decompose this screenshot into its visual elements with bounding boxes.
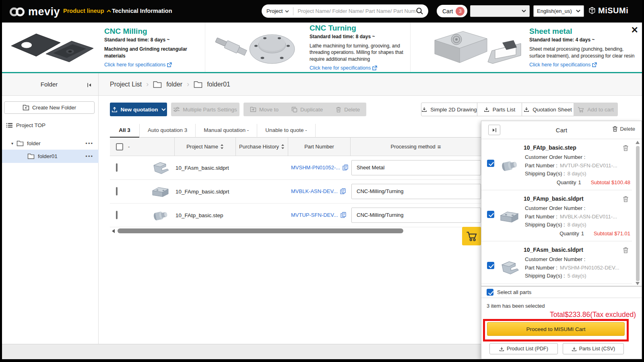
project-name: 10_FAmp_basic.sldprt [175, 189, 229, 195]
simple-2d-drawing-button[interactable]: Simple 2D Drawing [421, 103, 477, 116]
cart-item-delete-button[interactable] [623, 144, 629, 151]
nav-product-lineup[interactable]: Product lineup [63, 8, 111, 14]
cart-delete-label: Delete [620, 126, 635, 132]
cart-collapse-button[interactable] [488, 125, 500, 135]
product-list-pdf-button[interactable]: Product List (PDF) [489, 343, 558, 354]
meviy-logo[interactable]: meviy [9, 6, 60, 18]
breadcrumb-project-list[interactable]: Project List [110, 81, 142, 88]
copy-document-icon[interactable] [343, 165, 348, 171]
sidebar-item-folder01[interactable]: folder01 ••• [0, 150, 99, 163]
cart-item-name: 10_FAtp_basic.step [524, 144, 632, 151]
copy-document-icon[interactable] [340, 188, 346, 194]
scroll-left-icon[interactable] [111, 229, 115, 233]
scroll-up-icon[interactable] [636, 141, 640, 144]
cart-item-quantity: 1 [578, 179, 581, 187]
download-icon [572, 346, 577, 352]
specifications-link[interactable]: Click here for specifications [310, 65, 410, 71]
cart-item-checkbox[interactable] [487, 262, 494, 269]
frame-edge-left [0, 0, 2, 362]
language-dropdown[interactable]: English(en_us) [533, 5, 584, 17]
order-number-label: Customer Order Number : [525, 153, 632, 162]
folder-more-button[interactable]: ••• [85, 140, 93, 146]
cart-delete-button[interactable]: Delete [612, 126, 635, 132]
column-label: Purchase History [239, 144, 279, 150]
cart-item-delete-button[interactable] [623, 246, 629, 253]
cart-count-badge: 3 [456, 7, 464, 16]
tab-unable-to-quote[interactable]: Unable to quote - [257, 124, 316, 138]
delete-button[interactable]: Delete [329, 103, 366, 116]
banner-title: Sheet metal [529, 27, 636, 36]
parts-list-csv-button[interactable]: Parts List (CSV) [563, 343, 624, 354]
cart-total: Total$233.86(Tax excluded) [550, 311, 636, 319]
tab-count: - [305, 127, 307, 133]
move-to-button[interactable]: Move to [244, 103, 285, 116]
row-checkbox[interactable] [116, 163, 118, 172]
nav-cart-label: Cart [442, 8, 453, 14]
processing-method-select[interactable]: CNC-Milling/Turning [351, 184, 481, 199]
new-quotation-button[interactable]: New quotation [110, 103, 167, 116]
cart-item-checkbox[interactable] [487, 160, 494, 167]
sort-icon [220, 144, 224, 149]
unit-dropdown[interactable] [470, 5, 530, 17]
select-all-checkbox[interactable] [116, 143, 123, 150]
banner-description: Lathe machining for turning, grooving, a… [310, 43, 410, 62]
processing-method-select[interactable]: Sheet Metal [351, 160, 481, 175]
cart-item-checkbox[interactable] [487, 211, 494, 218]
tab-manual-quotation[interactable]: Manual quotation - [196, 124, 257, 138]
horizontal-scrollbar[interactable] [118, 228, 403, 233]
banner-cnc-turning: CNC Turning Standard lead time: 8 days ~… [205, 23, 411, 72]
banner-lead-time: Standard lead time: 4 days ~ [529, 37, 636, 43]
scroll-down-icon[interactable] [636, 282, 640, 285]
sidebar-title: Folder [0, 73, 98, 96]
column-project-name[interactable]: Project Name [174, 138, 235, 156]
folder-sidebar: Folder Create New Folder Project TOP ▾ f… [0, 73, 99, 344]
folder-plus-icon [23, 105, 29, 111]
folder01-more-button[interactable]: ••• [85, 153, 93, 159]
select-all-parts-checkbox[interactable] [487, 289, 493, 296]
download-icon [499, 346, 504, 352]
duplicate-button[interactable]: Duplicate [285, 103, 329, 116]
nav-cart-button[interactable]: Cart 3 [437, 5, 467, 17]
sidebar-item-folder[interactable]: ▾ folder ••• [0, 137, 99, 150]
breadcrumb-folder[interactable]: folder [166, 81, 182, 88]
search-icon[interactable] [416, 7, 423, 15]
cart-item-thumbnail-block [499, 208, 520, 225]
tab-auto-quotation[interactable]: Auto quotation 3 [140, 124, 196, 138]
nav-technical-information[interactable]: Technical Information [112, 8, 172, 14]
sidebar-item-project-top[interactable]: Project TOP [6, 122, 45, 128]
multiple-parts-settings-button[interactable]: Multiple Parts Settings [171, 103, 239, 116]
breadcrumb: Project List › folder › folder01 [99, 73, 644, 96]
specifications-link[interactable]: Click here for specifications [529, 62, 636, 68]
create-new-folder-button[interactable]: Create New Folder [4, 101, 95, 114]
cart-toggle-button[interactable] [462, 227, 481, 245]
add-to-cart-button[interactable]: Add to cart [574, 103, 618, 116]
specifications-link-label: Click here for specifications [104, 62, 165, 68]
header-dash: - [128, 144, 130, 150]
part-number-link[interactable]: MVSHM-PN01052-... [291, 165, 340, 171]
row-checkbox[interactable] [116, 187, 118, 195]
part-number-link[interactable]: MVBLK-ASN-DEV... [291, 188, 338, 194]
folder-label: folder [27, 140, 41, 146]
copy-document-icon[interactable] [341, 212, 346, 218]
row-checkbox[interactable] [116, 211, 118, 219]
search-scope-dropdown[interactable]: Project [266, 8, 289, 14]
search-input[interactable] [297, 8, 416, 14]
proceed-to-misumi-cart-button[interactable]: Proceed to MISUMI Cart [487, 322, 625, 336]
parts-list-button[interactable]: Parts List [477, 103, 522, 116]
specifications-link[interactable]: Click here for specifications [104, 62, 205, 68]
chevron-down-icon [285, 10, 289, 12]
column-processing-method[interactable]: Processing method ≡ [350, 138, 481, 156]
sidebar-collapse-button[interactable] [87, 81, 92, 88]
processing-method-select[interactable]: CNC-Milling/Turning [351, 208, 481, 223]
caret-down-icon[interactable]: ▾ [11, 141, 13, 146]
cart-vertical-scrollbar[interactable] [636, 146, 640, 281]
quotation-sheet-button[interactable]: Quotation Sheet [522, 103, 574, 116]
breadcrumb-folder01[interactable]: folder01 [207, 81, 230, 88]
cart-item-delete-button[interactable] [623, 195, 629, 202]
banner-close-button[interactable]: ✕ [631, 26, 638, 35]
column-purchase-history[interactable]: Purchase History [235, 138, 288, 156]
tab-all[interactable]: All 3 [110, 124, 140, 138]
delete-label: Delete [344, 107, 360, 113]
list-icon [6, 123, 12, 128]
part-number-link[interactable]: MVTUP-SFN-DEV... [291, 212, 338, 218]
